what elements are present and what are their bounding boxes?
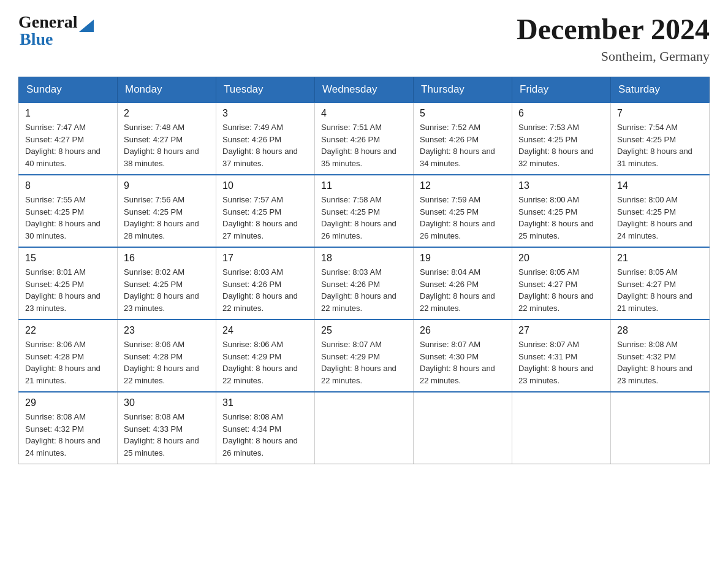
header-thursday: Thursday [414, 77, 512, 103]
day-info: Sunrise: 8:04 AMSunset: 4:26 PMDaylight:… [420, 267, 495, 313]
day-info: Sunrise: 7:59 AMSunset: 4:25 PMDaylight:… [420, 195, 495, 240]
week-row-1: 1 Sunrise: 7:47 AMSunset: 4:27 PMDayligh… [19, 102, 710, 175]
table-cell: 14 Sunrise: 8:00 AMSunset: 4:25 PMDaylig… [611, 175, 710, 247]
day-number: 11 [321, 180, 407, 191]
day-info: Sunrise: 7:56 AMSunset: 4:25 PMDaylight:… [124, 195, 199, 240]
header-row: Sunday Monday Tuesday Wednesday Thursday… [19, 77, 710, 103]
week-row-5: 29 Sunrise: 8:08 AMSunset: 4:32 PMDaylig… [19, 392, 710, 464]
table-cell: 6 Sunrise: 7:53 AMSunset: 4:25 PMDayligh… [512, 102, 611, 175]
header-friday: Friday [512, 77, 611, 103]
day-number: 20 [518, 253, 604, 264]
table-cell: 31 Sunrise: 8:08 AMSunset: 4:34 PMDaylig… [216, 392, 315, 464]
day-number: 24 [222, 325, 308, 336]
day-info: Sunrise: 7:49 AMSunset: 4:26 PMDaylight:… [222, 123, 298, 168]
table-cell: 12 Sunrise: 7:59 AMSunset: 4:25 PMDaylig… [414, 175, 512, 247]
day-number: 9 [124, 180, 210, 191]
day-number: 14 [617, 180, 703, 191]
day-number: 3 [222, 108, 308, 119]
day-info: Sunrise: 8:07 AMSunset: 4:29 PMDaylight:… [321, 340, 396, 385]
day-number: 4 [321, 108, 407, 119]
location-title: Sontheim, Germany [517, 48, 710, 64]
table-cell [315, 392, 414, 464]
table-cell: 21 Sunrise: 8:05 AMSunset: 4:27 PMDaylig… [611, 247, 710, 320]
table-cell: 29 Sunrise: 8:08 AMSunset: 4:32 PMDaylig… [19, 392, 118, 464]
table-cell: 26 Sunrise: 8:07 AMSunset: 4:30 PMDaylig… [414, 320, 512, 392]
day-number: 30 [124, 397, 210, 408]
table-cell: 15 Sunrise: 8:01 AMSunset: 4:25 PMDaylig… [19, 247, 118, 320]
week-row-2: 8 Sunrise: 7:55 AMSunset: 4:25 PMDayligh… [19, 175, 710, 247]
table-cell: 1 Sunrise: 7:47 AMSunset: 4:27 PMDayligh… [19, 102, 118, 175]
day-info: Sunrise: 7:47 AMSunset: 4:27 PMDaylight:… [25, 123, 100, 168]
day-info: Sunrise: 8:08 AMSunset: 4:32 PMDaylight:… [25, 412, 100, 458]
table-cell: 4 Sunrise: 7:51 AMSunset: 4:26 PMDayligh… [315, 102, 414, 175]
table-cell [611, 392, 710, 464]
day-info: Sunrise: 8:03 AMSunset: 4:26 PMDaylight:… [321, 267, 396, 313]
day-number: 15 [25, 253, 111, 264]
table-cell: 10 Sunrise: 7:57 AMSunset: 4:25 PMDaylig… [216, 175, 315, 247]
day-info: Sunrise: 7:48 AMSunset: 4:27 PMDaylight:… [124, 123, 199, 168]
table-cell: 28 Sunrise: 8:08 AMSunset: 4:32 PMDaylig… [611, 320, 710, 392]
table-cell: 25 Sunrise: 8:07 AMSunset: 4:29 PMDaylig… [315, 320, 414, 392]
table-cell: 18 Sunrise: 8:03 AMSunset: 4:26 PMDaylig… [315, 247, 414, 320]
table-cell: 13 Sunrise: 8:00 AMSunset: 4:25 PMDaylig… [512, 175, 611, 247]
day-info: Sunrise: 8:02 AMSunset: 4:25 PMDaylight:… [124, 267, 199, 313]
month-title: December 2024 [517, 12, 710, 46]
day-number: 7 [617, 108, 703, 119]
table-cell: 8 Sunrise: 7:55 AMSunset: 4:25 PMDayligh… [19, 175, 118, 247]
title-section: December 2024 Sontheim, Germany [517, 12, 710, 64]
table-cell: 30 Sunrise: 8:08 AMSunset: 4:33 PMDaylig… [118, 392, 216, 464]
page-header: General Blue December 2024 Sontheim, Ger… [18, 12, 710, 64]
day-info: Sunrise: 8:08 AMSunset: 4:32 PMDaylight:… [617, 340, 692, 385]
day-number: 6 [518, 108, 604, 119]
table-cell: 22 Sunrise: 8:06 AMSunset: 4:28 PMDaylig… [19, 320, 118, 392]
day-number: 29 [25, 397, 111, 408]
svg-marker-0 [79, 20, 94, 32]
day-number: 8 [25, 180, 111, 191]
table-cell: 2 Sunrise: 7:48 AMSunset: 4:27 PMDayligh… [118, 102, 216, 175]
header-wednesday: Wednesday [315, 77, 414, 103]
day-info: Sunrise: 7:53 AMSunset: 4:25 PMDaylight:… [518, 123, 594, 168]
day-number: 2 [124, 108, 210, 119]
day-number: 28 [617, 325, 703, 336]
header-saturday: Saturday [611, 77, 710, 103]
day-number: 21 [617, 253, 703, 264]
day-info: Sunrise: 8:06 AMSunset: 4:29 PMDaylight:… [222, 340, 298, 385]
day-number: 31 [222, 397, 308, 408]
day-info: Sunrise: 8:05 AMSunset: 4:27 PMDaylight:… [518, 267, 594, 313]
calendar-table: Sunday Monday Tuesday Wednesday Thursday… [18, 77, 710, 464]
day-info: Sunrise: 8:06 AMSunset: 4:28 PMDaylight:… [124, 340, 199, 385]
day-info: Sunrise: 8:06 AMSunset: 4:28 PMDaylight:… [25, 340, 100, 385]
day-info: Sunrise: 8:00 AMSunset: 4:25 PMDaylight:… [617, 195, 692, 240]
day-info: Sunrise: 8:05 AMSunset: 4:27 PMDaylight:… [617, 267, 692, 313]
header-sunday: Sunday [19, 77, 118, 103]
day-info: Sunrise: 8:03 AMSunset: 4:26 PMDaylight:… [222, 267, 298, 313]
day-info: Sunrise: 8:07 AMSunset: 4:30 PMDaylight:… [420, 340, 495, 385]
logo-triangle-icon [79, 20, 94, 32]
day-info: Sunrise: 7:57 AMSunset: 4:25 PMDaylight:… [222, 195, 298, 240]
table-cell: 27 Sunrise: 8:07 AMSunset: 4:31 PMDaylig… [512, 320, 611, 392]
day-number: 22 [25, 325, 111, 336]
table-cell: 20 Sunrise: 8:05 AMSunset: 4:27 PMDaylig… [512, 247, 611, 320]
day-info: Sunrise: 8:00 AMSunset: 4:25 PMDaylight:… [518, 195, 594, 240]
day-info: Sunrise: 8:07 AMSunset: 4:31 PMDaylight:… [518, 340, 594, 385]
logo-blue-text: Blue [20, 29, 53, 49]
table-cell: 24 Sunrise: 8:06 AMSunset: 4:29 PMDaylig… [216, 320, 315, 392]
header-monday: Monday [118, 77, 216, 103]
day-number: 12 [420, 180, 506, 191]
table-cell: 11 Sunrise: 7:58 AMSunset: 4:25 PMDaylig… [315, 175, 414, 247]
table-cell: 7 Sunrise: 7:54 AMSunset: 4:25 PMDayligh… [611, 102, 710, 175]
day-info: Sunrise: 7:52 AMSunset: 4:26 PMDaylight:… [420, 123, 495, 168]
table-cell [512, 392, 611, 464]
day-number: 10 [222, 180, 308, 191]
day-number: 25 [321, 325, 407, 336]
table-cell: 19 Sunrise: 8:04 AMSunset: 4:26 PMDaylig… [414, 247, 512, 320]
day-number: 13 [518, 180, 604, 191]
day-number: 16 [124, 253, 210, 264]
day-number: 26 [420, 325, 506, 336]
day-number: 19 [420, 253, 506, 264]
day-info: Sunrise: 8:08 AMSunset: 4:33 PMDaylight:… [124, 412, 199, 458]
logo: General Blue [18, 12, 94, 49]
table-cell: 23 Sunrise: 8:06 AMSunset: 4:28 PMDaylig… [118, 320, 216, 392]
table-cell: 5 Sunrise: 7:52 AMSunset: 4:26 PMDayligh… [414, 102, 512, 175]
table-cell: 16 Sunrise: 8:02 AMSunset: 4:25 PMDaylig… [118, 247, 216, 320]
